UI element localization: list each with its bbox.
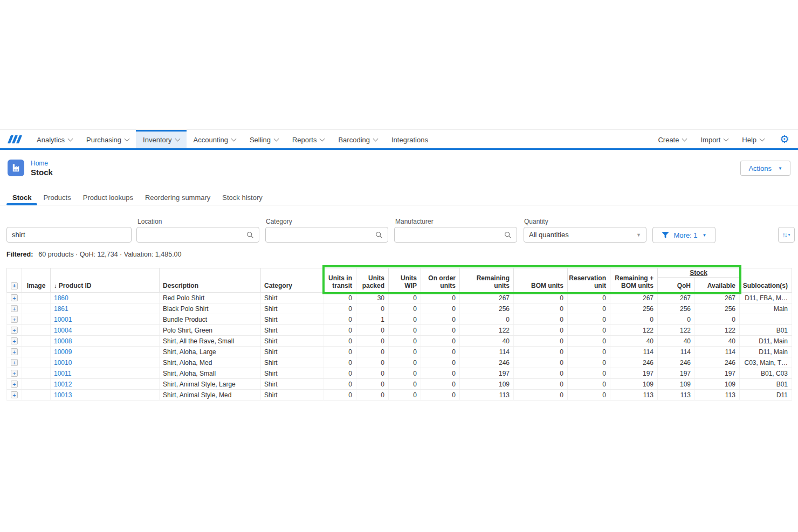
table-row: + 10008 Shirt, All the Rave, Small Shirt… <box>7 336 792 347</box>
gear-icon[interactable]: ⚙ <box>771 130 798 148</box>
more-filters-button[interactable]: More: 1 ▼ <box>652 227 716 243</box>
caret-down-icon: ▼ <box>788 233 791 237</box>
factory-icon <box>8 160 24 176</box>
tab-products[interactable]: Products <box>37 190 77 205</box>
location-field[interactable] <box>136 227 259 243</box>
caret-down-icon: ▼ <box>636 232 641 238</box>
product-id-link[interactable]: 10001 <box>51 314 160 325</box>
col-units-wip[interactable]: Units WIP <box>389 268 421 293</box>
filter-summary: Filtered:60 products · QoH: 12,734 · Val… <box>6 251 182 258</box>
col-sublocations[interactable]: Sublocation(s) <box>740 268 792 293</box>
product-id-link[interactable]: 10009 <box>51 347 160 357</box>
table-row: + 1860 Red Polo Shirt Shirt 0 30 0 0 267… <box>7 293 792 303</box>
expand-row-button[interactable]: + <box>11 327 18 334</box>
col-reservation-unit[interactable]: Reservation unit <box>568 268 610 293</box>
chevron-down-icon <box>724 136 729 142</box>
expand-row-button[interactable]: + <box>11 305 18 312</box>
nav-create[interactable]: Create <box>651 130 693 148</box>
manufacturer-field[interactable] <box>394 227 517 243</box>
nav-inventory[interactable]: Inventory <box>136 130 186 148</box>
product-id-link[interactable]: 10004 <box>51 325 160 336</box>
table-row: + 1861 Black Polo Shirt Shirt 0 0 0 0 25… <box>7 303 792 314</box>
product-id-link[interactable]: 10010 <box>51 357 160 368</box>
chevron-down-icon <box>682 136 687 142</box>
expand-row-button[interactable]: + <box>11 381 18 388</box>
col-bom-units[interactable]: BOM units <box>514 268 568 293</box>
col-product-id[interactable]: ↓ Product ID <box>51 268 160 293</box>
nav-analytics[interactable]: Analytics <box>30 130 79 148</box>
search-icon <box>246 231 254 239</box>
nav-reports[interactable]: Reports <box>285 130 332 148</box>
location-label: Location <box>137 218 162 225</box>
nav-accounting[interactable]: Accounting <box>187 130 243 148</box>
manufacturer-label: Manufacturer <box>395 218 434 225</box>
table-row: + 10012 Shirt, Animal Style, Large Shirt… <box>7 379 792 390</box>
chevron-down-icon <box>125 136 130 142</box>
sort-button[interactable]: ↑↓ ▼ <box>778 227 795 243</box>
product-image-cell <box>22 390 51 400</box>
col-description[interactable]: Description <box>160 268 261 293</box>
nav-integrations[interactable]: Integrations <box>384 130 435 148</box>
nav-barcoding[interactable]: Barcoding <box>331 130 384 148</box>
stock-page: Analytics Purchasing Inventory Accountin… <box>0 0 798 532</box>
col-image[interactable]: Image <box>22 268 51 293</box>
chevron-down-icon <box>68 136 73 142</box>
product-id-link[interactable]: 1861 <box>51 303 160 314</box>
col-category[interactable]: Category <box>261 268 324 293</box>
tab-stock-history[interactable]: Stock history <box>216 190 268 205</box>
col-qoh[interactable]: QoH <box>658 278 695 293</box>
expand-row-button[interactable]: + <box>11 337 18 344</box>
nav-help[interactable]: Help <box>735 130 771 148</box>
nav-selling[interactable]: Selling <box>243 130 285 148</box>
expand-row-button[interactable]: + <box>11 294 18 301</box>
col-units-in-transit[interactable]: Units in transit <box>324 268 356 293</box>
nav-purchasing[interactable]: Purchasing <box>79 130 136 148</box>
expand-all-button[interactable]: + <box>11 282 18 289</box>
expand-row-button[interactable]: + <box>11 391 18 398</box>
tab-reordering-summary[interactable]: Reordering summary <box>139 190 216 205</box>
product-image-cell <box>22 379 51 390</box>
product-image-cell <box>22 303 51 314</box>
nav-import[interactable]: Import <box>693 130 735 148</box>
col-remaining-bom-units[interactable]: Remaining + BOM units <box>610 268 658 293</box>
breadcrumb-home[interactable]: Home <box>31 160 48 167</box>
chevron-down-icon <box>320 136 325 142</box>
table-row: + 10010 Shirt, Aloha, Med Shirt 0 0 0 0 … <box>7 357 792 368</box>
table-row: + 10013 Shirt, Animal Style, Med Shirt 0… <box>7 390 792 400</box>
tab-stock[interactable]: Stock <box>6 190 37 205</box>
expand-row-button[interactable]: + <box>11 316 18 323</box>
product-id-link[interactable]: 10008 <box>51 336 160 347</box>
actions-button[interactable]: Actions ▼ <box>740 161 790 176</box>
search-icon <box>375 231 383 239</box>
category-field[interactable] <box>265 227 388 243</box>
col-units-packed[interactable]: Units packed <box>356 268 389 293</box>
table-row: + 10009 Shirt, Aloha, Large Shirt 0 0 0 … <box>7 347 792 357</box>
expand-row-button[interactable]: + <box>11 359 18 366</box>
table-row: + 10001 Bundle Product Shirt 0 1 0 0 0 0… <box>7 314 792 325</box>
quantity-select[interactable]: All quantities ▼ <box>524 227 646 243</box>
product-id-link[interactable]: 10013 <box>51 390 160 400</box>
col-available[interactable]: Available <box>695 278 740 293</box>
product-image-cell <box>22 368 51 379</box>
filter-summary-prefix: Filtered: <box>6 251 33 258</box>
expand-all-header: + <box>7 268 22 293</box>
product-image-cell <box>22 336 51 347</box>
top-navigation: Analytics Purchasing Inventory Accountin… <box>0 129 798 150</box>
product-id-link[interactable]: 1860 <box>51 293 160 303</box>
product-image-cell <box>22 293 51 303</box>
product-image-cell <box>22 314 51 325</box>
stock-table: + Image ↓ Product ID Description Categor… <box>6 268 792 400</box>
product-image-cell <box>22 347 51 357</box>
product-image-cell <box>22 325 51 336</box>
inflow-logo-icon[interactable] <box>0 130 30 148</box>
search-input[interactable] <box>6 227 132 243</box>
col-remaining-units[interactable]: Remaining units <box>460 268 514 293</box>
product-id-link[interactable]: 10012 <box>51 379 160 390</box>
chevron-down-icon <box>231 136 236 142</box>
expand-row-button[interactable]: + <box>11 348 18 355</box>
page-title: Stock <box>31 168 53 177</box>
tab-product-lookups[interactable]: Product lookups <box>77 190 139 205</box>
col-on-order-units[interactable]: On order units <box>421 268 460 293</box>
product-id-link[interactable]: 10011 <box>51 368 160 379</box>
expand-row-button[interactable]: + <box>11 370 18 377</box>
